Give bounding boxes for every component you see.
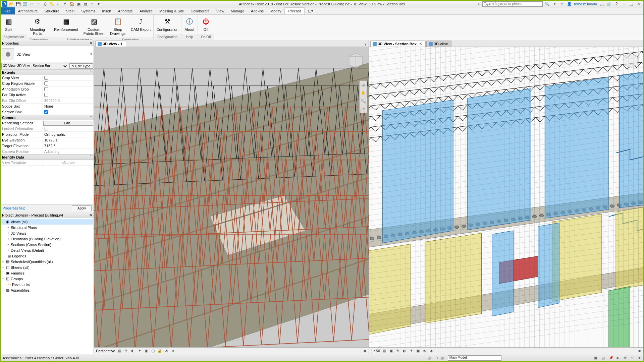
text-icon[interactable]: A bbox=[62, 1, 68, 7]
properties-type-selector[interactable]: ⬢ 3D View ▾ bbox=[1, 46, 94, 62]
tree-schedules[interactable]: +▤Schedules/Quantities (all) bbox=[1, 259, 93, 264]
prop-crop-region-check[interactable] bbox=[44, 81, 48, 85]
tree-views-all[interactable]: −◉Views (all) bbox=[1, 219, 93, 225]
menu-analyze[interactable]: Analyze bbox=[136, 7, 156, 14]
orbit-icon[interactable]: ⟳ bbox=[360, 105, 367, 113]
tree-groups[interactable]: +◫Groups bbox=[1, 276, 93, 282]
undo-icon[interactable]: ↶ bbox=[29, 1, 34, 7]
select-face-icon[interactable]: ◈ bbox=[616, 356, 621, 360]
render-icon[interactable]: ✦ bbox=[137, 349, 142, 353]
main-model-select[interactable]: Main Model bbox=[448, 355, 501, 361]
tab-close-icon[interactable]: ✕ bbox=[419, 42, 422, 46]
reveal-icon[interactable]: ◈ bbox=[171, 349, 175, 353]
tree-3d-views[interactable]: +3D Views bbox=[1, 230, 93, 236]
tree-families[interactable]: +▣Families bbox=[1, 270, 93, 276]
tree-sheets[interactable]: +▢Sheets (all) bbox=[1, 264, 93, 270]
prop-target-elev[interactable]: 7152.3 bbox=[43, 143, 94, 148]
crop-icon[interactable]: ▣ bbox=[144, 349, 149, 353]
measure-icon[interactable]: 📏 bbox=[49, 1, 54, 7]
reveal-icon[interactable]: ◈ bbox=[429, 349, 434, 353]
tree-revit-links[interactable]: ⇔Revit Links bbox=[1, 282, 93, 287]
tab-3dview-sectionbox[interactable]: 3D View - Section Box✕ bbox=[370, 41, 426, 47]
signin-icon[interactable]: ☆ bbox=[559, 1, 565, 7]
open-icon[interactable]: 📂 bbox=[9, 1, 14, 7]
ribbon-shop-drawings[interactable]: 📋Shop Drawings bbox=[107, 15, 128, 37]
menu-manage[interactable]: Manage bbox=[227, 7, 248, 14]
render-icon[interactable]: ✦ bbox=[409, 349, 414, 353]
crop-icon[interactable]: ▣ bbox=[416, 349, 420, 353]
filter-icon[interactable]: ▽ bbox=[631, 356, 636, 360]
menu-precast[interactable]: Precast bbox=[284, 7, 304, 14]
tree-detail-views[interactable]: +Detail Views (Detail) bbox=[1, 247, 93, 253]
edit-type-button[interactable]: ✎ Edit Type bbox=[69, 63, 93, 69]
properties-apply-button[interactable]: Apply bbox=[72, 205, 92, 211]
detail-level-icon[interactable]: ▦ bbox=[382, 349, 387, 353]
worksets-icon[interactable]: ▥ bbox=[427, 356, 432, 360]
scroll-left-icon[interactable]: ◀ bbox=[362, 349, 367, 353]
zoom-icon[interactable]: 🔍 bbox=[360, 97, 367, 105]
menu-extra[interactable]: ▢▾ bbox=[305, 7, 317, 14]
viewport2-canvas[interactable] bbox=[369, 47, 644, 347]
menu-collaborate[interactable]: Collaborate bbox=[187, 7, 213, 14]
menu-architecture[interactable]: Architecture bbox=[15, 7, 41, 14]
home-icon[interactable]: 🏠 bbox=[69, 1, 74, 7]
prop-cat-extents[interactable]: Extents⌃ bbox=[1, 70, 94, 75]
prop-section-box-check[interactable] bbox=[44, 110, 48, 114]
thin-lines-icon[interactable]: ≡ bbox=[89, 1, 95, 7]
crop-region-icon[interactable]: ▢ bbox=[151, 349, 155, 353]
pan-icon[interactable]: ✋ bbox=[360, 89, 367, 97]
section-icon[interactable]: ▤ bbox=[83, 1, 88, 7]
temp-hide-icon[interactable]: 👁 bbox=[164, 349, 169, 353]
shadows-icon[interactable]: ◐ bbox=[402, 349, 407, 353]
menu-file[interactable]: File bbox=[1, 7, 15, 14]
properties-instance-select[interactable]: 3D View: 3D View - Section Box bbox=[1, 63, 68, 69]
tree-legends[interactable]: ▦Legends bbox=[1, 253, 93, 259]
close-hidden-icon[interactable]: ▾ bbox=[96, 1, 101, 7]
steering-wheel-icon[interactable]: ◎ bbox=[360, 81, 367, 89]
sun-icon[interactable]: ☀ bbox=[124, 349, 128, 353]
tab-overflow-icon[interactable]: ▾ bbox=[363, 42, 369, 47]
search-input[interactable] bbox=[482, 1, 543, 7]
view-cube[interactable] bbox=[346, 50, 366, 76]
ribbon-split[interactable]: ▥Split bbox=[1, 15, 17, 33]
tab-3dview[interactable]: 3D View bbox=[426, 41, 451, 47]
ribbon-off[interactable]: ⏻Off bbox=[198, 15, 214, 33]
maximize-icon[interactable]: ▢ bbox=[629, 1, 634, 7]
select-pinned-icon[interactable]: 📌 bbox=[609, 356, 613, 360]
cart-icon[interactable]: 🛒 bbox=[606, 1, 612, 7]
view-cube[interactable] bbox=[621, 50, 641, 76]
menu-insert[interactable]: Insert bbox=[99, 7, 115, 14]
ribbon-custom-fabric[interactable]: ▨Custom Fabric Sheet bbox=[81, 15, 107, 37]
view-mode-label[interactable]: Perspective bbox=[96, 349, 115, 353]
user-name[interactable]: tomasz.fudala bbox=[574, 2, 597, 6]
app-logo-icon[interactable]: R bbox=[2, 1, 7, 7]
scroll-left-icon[interactable]: ◀ bbox=[637, 349, 641, 353]
ribbon-about[interactable]: ⓘAbout bbox=[181, 15, 198, 33]
tab-3dview-1[interactable]: 3D View - 1 bbox=[95, 41, 126, 47]
sun-icon[interactable]: ☀ bbox=[395, 349, 400, 353]
save-icon[interactable]: 💾 bbox=[15, 1, 21, 7]
ribbon-configuration[interactable]: ⚒Configuration bbox=[154, 15, 181, 33]
redo-icon[interactable]: ↷ bbox=[36, 1, 41, 7]
menu-massing[interactable]: Massing & Site bbox=[156, 7, 187, 14]
tree-elevations[interactable]: +Elevations (Building Elevation) bbox=[1, 236, 93, 242]
tree-structural-plans[interactable]: +Structural Plans bbox=[1, 225, 93, 230]
menu-view[interactable]: View bbox=[213, 7, 228, 14]
viewport1-canvas[interactable]: ◎ ✋ 🔍 ⟳ bbox=[94, 47, 369, 347]
ribbon-cam-export[interactable]: ⤴CAM Export bbox=[128, 15, 153, 33]
ribbon-mounting[interactable]: ⚙Mounting Parts bbox=[27, 15, 48, 37]
prop-far-clip-offset[interactable]: 304800.0 bbox=[43, 98, 94, 103]
help-icon[interactable]: ? bbox=[614, 1, 619, 7]
print-icon[interactable]: ⎙ bbox=[42, 1, 48, 7]
visual-style-icon[interactable]: ▦ bbox=[117, 349, 122, 353]
menu-steel[interactable]: Steel bbox=[63, 7, 78, 14]
prop-crop-view-check[interactable] bbox=[44, 76, 48, 80]
minimize-icon[interactable]: — bbox=[621, 1, 627, 7]
close-icon[interactable]: ✕ bbox=[636, 1, 641, 7]
select-underlay-icon[interactable]: ▤ bbox=[601, 356, 606, 360]
comm-icon[interactable]: ✦ bbox=[552, 1, 557, 7]
browser-header[interactable]: Project Browser - Precast Building.rvt ✕ bbox=[1, 212, 94, 218]
prop-scope-box[interactable]: None bbox=[43, 104, 94, 109]
tree-assemblies[interactable]: +▥Assemblies bbox=[1, 287, 93, 293]
prop-cat-camera[interactable]: Camera⌃ bbox=[1, 115, 94, 120]
